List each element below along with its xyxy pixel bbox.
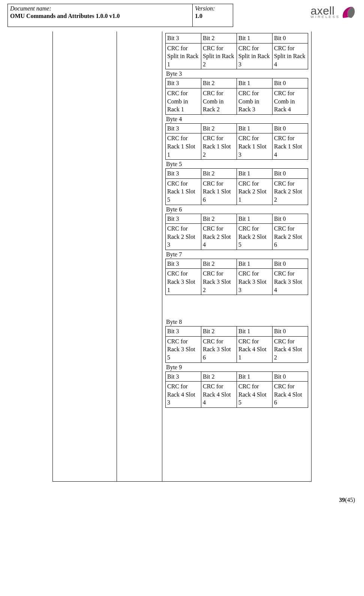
logo-swirl-icon (341, 4, 357, 20)
doc-name-value: OMU Commands and Attributes 1.0.0 v1.0 (10, 12, 190, 20)
crc-cell: CRC for Rack 1 Slot 2 (201, 133, 237, 160)
bit-header-cell: Bit 0 (273, 33, 308, 43)
crc-cell: CRC for Rack 3 Slot 4 (273, 269, 308, 295)
crc-cell: CRC for Rack 2 Slot 6 (273, 224, 308, 250)
crc-cell: CRC for Rack 3 Slot 5 (166, 336, 201, 362)
outer-left-column (53, 31, 117, 481)
version-value: 1.0 (195, 12, 231, 20)
page-number-total: (45) (345, 497, 355, 503)
doc-name-cell: Document name: OMU Commands and Attribut… (8, 4, 193, 27)
crc-cell: CRC for Rack 3 Slot 1 (166, 269, 201, 295)
bit-header-cell: Bit 0 (273, 371, 308, 382)
bit-header-cell: Bit 0 (273, 214, 308, 224)
bit-header-cell: Bit 3 (166, 78, 201, 88)
crc-cell: CRC for Split in Rack 4 (273, 43, 308, 69)
bit-header-cell: Bit 2 (201, 169, 237, 179)
logo-text: axell WIRELESS (310, 6, 340, 18)
byte-label: Byte 5 (165, 160, 308, 168)
crc-cell: CRC for Rack 3 Slot 6 (201, 336, 237, 362)
bit-header-cell: Bit 2 (201, 259, 237, 269)
version-label: Version: (195, 5, 231, 12)
bit-header-cell: Bit 0 (273, 259, 308, 269)
byte-label: Byte 8 (165, 317, 308, 326)
byte-label: Byte 3 (165, 69, 308, 78)
bit-header-cell: Bit 2 (201, 326, 237, 337)
logo-line1: axell (310, 6, 340, 16)
crc-cell: CRC for Rack 4 Slot 4 (201, 382, 237, 408)
crc-cell: CRC for Rack 2 Slot 3 (166, 224, 201, 250)
bit-header-cell: Bit 3 (166, 214, 201, 224)
crc-cell: CRC for Rack 1 Slot 4 (273, 133, 308, 160)
crc-cell: CRC for Rack 3 Slot 2 (201, 269, 237, 295)
bit-header-cell: Bit 3 (166, 33, 201, 43)
byte-label: Byte 7 (165, 250, 308, 259)
bit-header-cell: Bit 2 (201, 123, 237, 133)
crc-cell: CRC for Rack 1 Slot 5 (166, 178, 201, 205)
crc-cell: CRC for Rack 2 Slot 1 (237, 178, 273, 205)
crc-cell: CRC for Comb in Rack 2 (201, 88, 237, 114)
crc-cell: CRC for Rack 2 Slot 5 (237, 224, 273, 250)
bit-header-cell: Bit 1 (237, 326, 273, 337)
page-header: Document name: OMU Commands and Attribut… (7, 4, 357, 27)
byte-table: Bit 3Bit 2Bit 1Bit 0CRC for Rack 3 Slot … (165, 326, 308, 362)
crc-cell: CRC for Rack 1 Slot 3 (237, 133, 273, 160)
crc-cell: CRC for Split in Rack 1 (166, 43, 201, 69)
bit-header-cell: Bit 3 (166, 259, 201, 269)
byte-table: Bit 3Bit 2Bit 1Bit 0CRC for Rack 4 Slot … (165, 371, 308, 408)
byte-table: Bit 3Bit 2Bit 1Bit 0CRC for Rack 3 Slot … (165, 259, 308, 295)
byte-label: Byte 4 (165, 115, 308, 123)
crc-cell: CRC for Comb in Rack 3 (237, 88, 273, 114)
crc-cell: CRC for Rack 3 Slot 3 (237, 269, 273, 295)
crc-cell: CRC for Split in Rack 2 (201, 43, 237, 69)
bit-header-cell: Bit 1 (237, 169, 273, 179)
bit-header-cell: Bit 3 (166, 169, 201, 179)
bit-header-cell: Bit 3 (166, 326, 201, 337)
version-cell: Version: 1.0 (193, 4, 233, 27)
crc-cell: CRC for Rack 4 Slot 6 (273, 382, 308, 408)
bit-header-cell: Bit 3 (166, 123, 201, 133)
byte-spacer (165, 295, 308, 317)
bit-header-cell: Bit 2 (201, 371, 237, 382)
bit-header-cell: Bit 1 (237, 78, 273, 88)
bit-header-cell: Bit 0 (273, 326, 308, 337)
crc-cell: CRC for Rack 1 Slot 1 (166, 133, 201, 160)
crc-cell: CRC for Comb in Rack 4 (273, 88, 308, 114)
content-frame: Bit 3Bit 2Bit 1Bit 0CRC for Split in Rac… (52, 31, 312, 482)
crc-cell: CRC for Rack 2 Slot 2 (273, 178, 308, 205)
outer-right-column: Bit 3Bit 2Bit 1Bit 0CRC for Split in Rac… (162, 31, 311, 481)
byte-label: Byte 9 (165, 363, 308, 371)
logo-wrap: axell WIRELESS (233, 4, 357, 20)
bit-header-cell: Bit 2 (201, 33, 237, 43)
crc-cell: CRC for Rack 4 Slot 3 (166, 382, 201, 408)
page-number-current: 39 (339, 497, 345, 503)
byte-table: Bit 3Bit 2Bit 1Bit 0CRC for Rack 2 Slot … (165, 214, 308, 250)
bit-header-cell: Bit 2 (201, 78, 237, 88)
crc-cell: CRC for Rack 1 Slot 6 (201, 178, 237, 205)
crc-cell: CRC for Comb in Rack 1 (166, 88, 201, 114)
doc-name-label: Document name: (10, 5, 190, 12)
crc-cell: CRC for Rack 4 Slot 2 (273, 336, 308, 362)
byte-table: Bit 3Bit 2Bit 1Bit 0CRC for Comb in Rack… (165, 78, 308, 114)
brand-logo: axell WIRELESS (310, 4, 357, 20)
byte-table: Bit 3Bit 2Bit 1Bit 0CRC for Split in Rac… (165, 33, 308, 69)
crc-cell: CRC for Split in Rack 3 (237, 43, 273, 69)
bit-header-cell: Bit 2 (201, 214, 237, 224)
outer-mid-column (117, 31, 162, 481)
bit-header-cell: Bit 0 (273, 78, 308, 88)
bit-header-cell: Bit 0 (273, 169, 308, 179)
crc-cell: CRC for Rack 4 Slot 1 (237, 336, 273, 362)
bit-header-cell: Bit 1 (237, 371, 273, 382)
byte-table: Bit 3Bit 2Bit 1Bit 0CRC for Rack 1 Slot … (165, 168, 308, 205)
bit-header-cell: Bit 0 (273, 123, 308, 133)
bit-header-cell: Bit 1 (237, 123, 273, 133)
bit-header-cell: Bit 1 (237, 214, 273, 224)
logo-line2: WIRELESS (310, 16, 340, 19)
bit-header-cell: Bit 3 (166, 371, 201, 382)
page-footer: 39(45) (7, 482, 357, 505)
crc-cell: CRC for Rack 2 Slot 4 (201, 224, 237, 250)
header-info-box: Document name: OMU Commands and Attribut… (7, 4, 233, 27)
bit-header-cell: Bit 1 (237, 259, 273, 269)
bit-header-cell: Bit 1 (237, 33, 273, 43)
crc-cell: CRC for Rack 4 Slot 5 (237, 382, 273, 408)
byte-label: Byte 6 (165, 205, 308, 214)
